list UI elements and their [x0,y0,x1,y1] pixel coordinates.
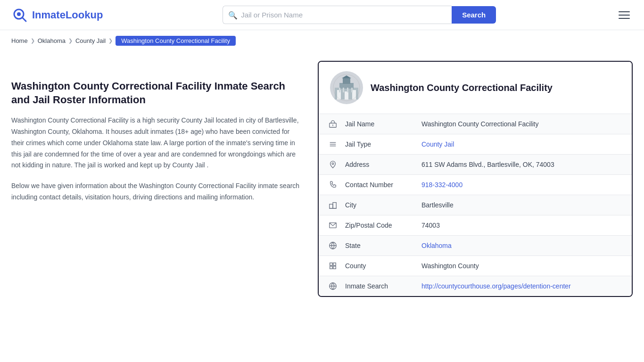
search-icon: 🔍 [228,10,238,19]
breadcrumb-state[interactable]: Oklahoma [38,37,66,44]
chevron-icon-2: ❯ [68,38,73,44]
info-label: City [345,201,416,209]
svg-marker-6 [342,75,351,78]
info-label: Jail Type [345,140,416,148]
facility-info-row: Inmate Searchhttp://countycourthouse.org… [319,276,632,296]
left-column: Washington County Correctional Facility … [11,61,304,297]
svg-rect-11 [343,88,344,92]
right-column: Washington County Correctional Facility … [318,61,633,297]
hamburger-menu[interactable] [616,8,633,22]
page-title: Washington County Correctional Facility … [11,80,304,107]
info-value[interactable]: 918-332-4000 [421,181,624,189]
info-value[interactable]: County Jail [421,140,624,148]
info-label: State [345,242,416,249]
info-label: Inmate Search [345,282,416,290]
facility-info-row: Address611 SW Adams Blvd., Bartlesville,… [319,155,632,175]
hamburger-line-1 [619,11,630,12]
hamburger-line-2 [619,15,630,16]
info-value: 611 SW Adams Blvd., Bartlesville, OK, 74… [421,161,624,168]
info-label: Contact Number [345,181,416,189]
type-icon [326,140,339,148]
county-icon [326,262,339,270]
info-value: Washington County [421,262,624,270]
svg-rect-29 [333,266,336,269]
facility-name: Washington County Correctional Facility [371,82,553,93]
svg-rect-9 [352,90,356,99]
main-content: Washington County Correctional Facility … [0,51,644,306]
facility-info-row: CityBartlesville [319,195,632,215]
svg-point-2 [17,12,21,16]
breadcrumb-home[interactable]: Home [11,37,28,44]
facility-image [330,71,363,104]
search-area: 🔍 Search [223,6,496,24]
chevron-icon-3: ❯ [108,38,113,44]
description-1: Washington County Correctional Facility … [11,115,304,171]
info-label: Zip/Postal Code [345,222,416,229]
facility-info-row: CountyWashington County [319,256,632,276]
search-input[interactable] [223,6,452,24]
jail-icon [326,120,339,128]
facility-info-row: Jail TypeCounty Jail [319,134,632,155]
facility-card: Washington County Correctional Facility … [318,61,633,297]
zip-icon [326,221,339,230]
logo-icon [11,7,28,24]
logo-text: InmateLookup [32,9,103,21]
chevron-icon-1: ❯ [31,38,35,44]
svg-rect-13 [351,88,353,92]
svg-rect-10 [339,88,340,92]
logo[interactable]: InmateLookup [11,7,103,24]
state-icon [326,241,339,250]
breadcrumb: Home ❯ Oklahoma ❯ County Jail ❯ Washingt… [0,30,644,51]
info-value[interactable]: http://countycourthouse.org/pages/detent… [421,282,624,290]
svg-rect-8 [345,91,348,99]
info-value: Bartlesville [421,201,624,209]
svg-rect-21 [330,204,333,208]
info-label: Jail Name [345,120,416,128]
search-input-wrapper: 🔍 [223,6,452,24]
site-header: InmateLookup 🔍 Search [0,0,644,30]
facility-info-row: Jail NameWashington County Correctional … [319,114,632,134]
city-icon [326,201,339,209]
svg-line-1 [22,17,26,21]
svg-rect-12 [347,88,348,92]
facility-thumbnail [332,74,361,102]
facility-header: Washington County Correctional Facility [319,62,632,114]
info-label: County [345,262,416,270]
breadcrumb-current: Washington County Correctional Facility [116,36,236,46]
address-icon [326,160,339,169]
facility-info-table: Jail NameWashington County Correctional … [319,114,632,296]
hamburger-line-3 [619,18,630,19]
info-value: 74003 [421,222,624,229]
breadcrumb-type[interactable]: County Jail [75,37,106,44]
info-value[interactable]: Oklahoma [421,242,624,249]
svg-point-20 [332,163,334,165]
svg-rect-27 [333,263,336,265]
info-label: Address [345,161,416,168]
facility-info-row: Zip/Postal Code74003 [319,215,632,236]
phone-icon [326,181,339,189]
search-link-icon [326,282,339,290]
search-button[interactable]: Search [452,6,496,24]
svg-rect-28 [330,266,332,269]
facility-info-row: StateOklahoma [319,236,632,256]
svg-rect-22 [333,203,336,209]
svg-rect-26 [330,263,332,265]
description-2: Below we have given information about th… [11,181,304,203]
svg-rect-5 [343,78,350,84]
info-value: Washington County Correctional Facility [421,120,624,128]
facility-info-row: Contact Number918-332-4000 [319,175,632,195]
